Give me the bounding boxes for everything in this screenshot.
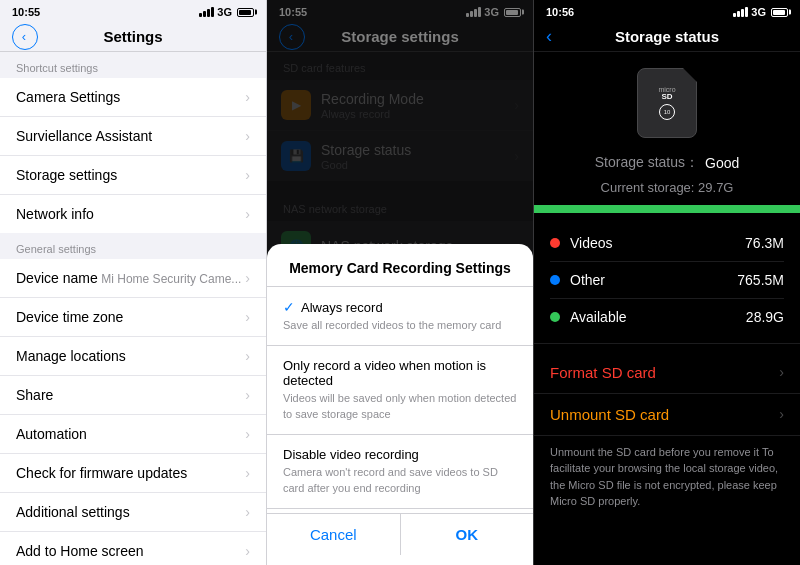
bar2 [203, 11, 206, 17]
battery-1 [237, 8, 254, 17]
modal-cancel-button[interactable]: Cancel [267, 514, 401, 555]
menu-item-additional[interactable]: Additional settings › [0, 493, 266, 532]
settings-panel: 10:55 3G ‹ Settings Shortcut settings Ca… [0, 0, 267, 565]
option-always-title: ✓ Always record [283, 299, 517, 315]
bar4 [211, 7, 214, 17]
chevron-icon: › [245, 206, 250, 222]
network-type-1: 3G [217, 6, 232, 18]
battery-3 [771, 8, 788, 17]
chevron-icon: › [245, 128, 250, 144]
sd-label: SD [661, 93, 672, 101]
general-menu-list: Device name Mi Home Security Came... › D… [0, 259, 266, 565]
page-title-3: Storage status [615, 28, 719, 45]
modal-ok-button[interactable]: OK [401, 514, 534, 555]
bar2 [737, 11, 740, 17]
menu-item-automation[interactable]: Automation › [0, 415, 266, 454]
unmount-note: Unmount the SD card before you remove it… [534, 436, 800, 518]
sd-icon-container: micro SD 10 [534, 52, 800, 148]
storage-bar [534, 205, 800, 213]
shortcut-menu-list: Camera Settings › Surviellance Assistant… [0, 78, 266, 233]
option-disable-title: Disable video recording [283, 447, 517, 462]
menu-item-firmware[interactable]: Check for firmware updates › [0, 454, 266, 493]
storage-status-panel: 10:56 3G ‹ Storage status micro SD [534, 0, 800, 565]
recording-settings-modal: Memory Card Recording Settings ✓ Always … [267, 244, 533, 565]
chevron-icon: › [779, 364, 784, 380]
storage-legend: Videos 76.3M Other 765.5M Available 28.9… [534, 225, 800, 335]
storage-status-scroll[interactable]: micro SD 10 Storage status： Good Current… [534, 52, 800, 565]
settings-scroll[interactable]: Shortcut settings Camera Settings › Surv… [0, 52, 266, 565]
modal-title: Memory Card Recording Settings [267, 244, 533, 287]
legend-other: Other 765.5M [550, 262, 784, 299]
check-icon: ✓ [283, 299, 295, 315]
menu-item-homescreen[interactable]: Add to Home screen › [0, 532, 266, 565]
network-type-3: 3G [751, 6, 766, 18]
modal-option-always[interactable]: ✓ Always record Save all recorded videos… [267, 287, 533, 346]
nav-header-3: ‹ Storage status [534, 22, 800, 52]
sd-class-label: 10 [659, 104, 675, 120]
format-sd-label: Format SD card [550, 364, 656, 381]
chevron-icon: › [245, 426, 250, 442]
option-motion-sub: Videos will be saved only when motion de… [283, 391, 517, 422]
back-button-1[interactable]: ‹ [12, 24, 38, 50]
menu-item-timezone[interactable]: Device time zone › [0, 298, 266, 337]
legend-available: Available 28.9G [550, 299, 784, 335]
signal-bars-3 [733, 7, 748, 17]
menu-item-manage-locations[interactable]: Manage locations › [0, 337, 266, 376]
status-right-1: 3G [199, 6, 254, 18]
chevron-icon: › [245, 309, 250, 325]
legend-videos-label: Videos [550, 235, 745, 251]
menu-item-storage-settings[interactable]: Storage settings › [0, 156, 266, 195]
general-section-label: General settings [0, 233, 266, 259]
divider [534, 343, 800, 344]
modal-option-motion[interactable]: Only record a video when motion is detec… [267, 346, 533, 435]
dot-other [550, 275, 560, 285]
bar3 [741, 9, 744, 17]
back-arrow-icon: ‹ [22, 29, 26, 44]
dot-available [550, 312, 560, 322]
menu-item-network-info[interactable]: Network info › [0, 195, 266, 233]
unmount-sd-action[interactable]: Unmount SD card › [534, 394, 800, 436]
chevron-icon: › [245, 167, 250, 183]
device-name-left: Device name [16, 270, 98, 286]
modal-option-disable[interactable]: Disable video recording Camera won't rec… [267, 435, 533, 509]
battery-fill-3 [773, 10, 785, 15]
menu-item-camera-settings[interactable]: Camera Settings › [0, 78, 266, 117]
bar1 [199, 13, 202, 17]
legend-other-label: Other [550, 272, 737, 288]
time-3: 10:56 [546, 6, 574, 18]
modal-overlay: Memory Card Recording Settings ✓ Always … [267, 0, 533, 565]
time-1: 10:55 [12, 6, 40, 18]
chevron-icon: › [245, 348, 250, 364]
current-storage: Current storage: 29.7G [534, 178, 800, 205]
option-motion-title: Only record a video when motion is detec… [283, 358, 517, 388]
menu-item-device-name[interactable]: Device name Mi Home Security Came... › [0, 259, 266, 298]
status-right-3: 3G [733, 6, 788, 18]
legend-videos: Videos 76.3M [550, 225, 784, 262]
sd-card-icon: micro SD 10 [637, 68, 697, 138]
storage-settings-panel: 10:55 3G ‹ Storage settings SD card feat… [267, 0, 534, 565]
battery-fill-1 [239, 10, 251, 15]
chevron-icon: › [245, 504, 250, 520]
bar4 [745, 7, 748, 17]
dot-videos [550, 238, 560, 248]
menu-item-surviellance[interactable]: Surviellance Assistant › [0, 117, 266, 156]
bar3 [207, 9, 210, 17]
option-disable-sub: Camera won't record and save videos to S… [283, 465, 517, 496]
page-title-1: Settings [103, 28, 162, 45]
chevron-icon: › [245, 270, 250, 286]
storage-status-line: Storage status： Good [534, 148, 800, 178]
nav-header-1: ‹ Settings [0, 22, 266, 52]
status-bar-1: 10:55 3G [0, 0, 266, 22]
shortcut-section-label: Shortcut settings [0, 52, 266, 78]
back-button-3[interactable]: ‹ [546, 26, 552, 47]
format-sd-action[interactable]: Format SD card › [534, 352, 800, 394]
legend-available-label: Available [550, 309, 746, 325]
option-always-sub: Save all recorded videos to the memory c… [283, 318, 517, 333]
chevron-icon: › [245, 465, 250, 481]
chevron-icon: › [245, 387, 250, 403]
unmount-sd-label: Unmount SD card [550, 406, 669, 423]
menu-item-share[interactable]: Share › [0, 376, 266, 415]
chevron-icon: › [779, 406, 784, 422]
signal-bars-1 [199, 7, 214, 17]
bar1 [733, 13, 736, 17]
